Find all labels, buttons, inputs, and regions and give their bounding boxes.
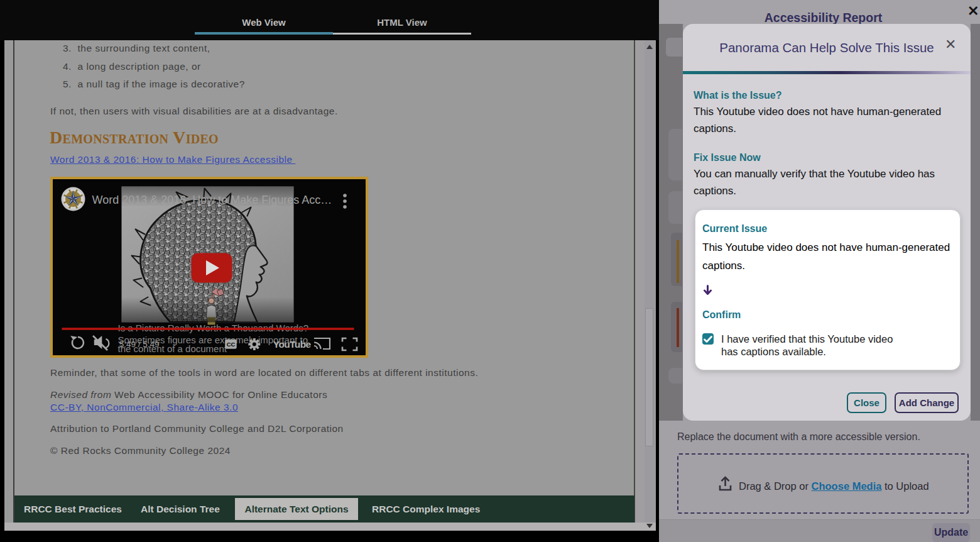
svg-text:YouTube: YouTube — [273, 339, 311, 350]
svg-text:5:49 / 5:49: 5:49 / 5:49 — [119, 339, 159, 348]
svg-text:Word 2013 & 2016: How to Make: Word 2013 & 2016: How to Make Figures Ac… — [92, 193, 332, 206]
svg-text:Is a Picture Really Worth a Th: Is a Picture Really Worth a Thousand Wor… — [117, 322, 308, 333]
svg-text:CC: CC — [226, 341, 235, 348]
